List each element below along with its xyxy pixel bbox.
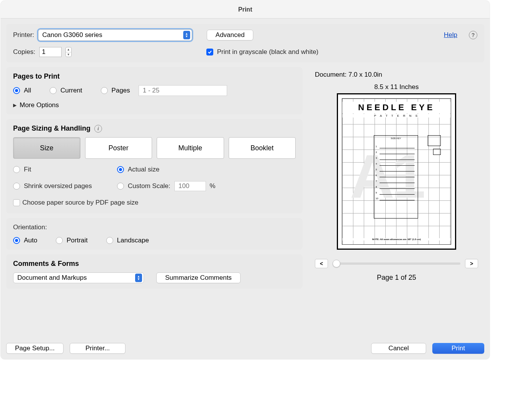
tab-booklet[interactable]: Booklet [229,137,296,159]
print-button[interactable]: Print [432,343,484,354]
more-options-toggle[interactable]: ▶ More Options [13,101,296,109]
percent-label: % [210,182,216,190]
preview-page: A1 NEEDLE EYE P A T T E R N S SIZE KEY [337,93,456,250]
radio-all[interactable] [13,87,20,94]
copies-stepper[interactable]: ▲ ▼ [65,47,72,57]
copies-input[interactable] [39,47,62,57]
preview-doc-title: NEEDLE EYE [342,102,451,113]
radio-pages[interactable] [101,87,108,94]
preview-box-2 [433,149,441,155]
radio-current[interactable] [50,87,57,94]
advanced-button[interactable]: Advanced [207,30,254,40]
sizing-title: Page Sizing & Handling [13,124,90,133]
pages-panel: Pages to Print All Current Pages ▶ More … [6,67,303,114]
pages-title: Pages to Print [13,72,296,81]
radio-portrait[interactable] [56,237,63,244]
page-indicator: Page 1 of 25 [315,274,478,282]
custom-scale-input [174,181,206,191]
pages-range-input[interactable] [139,85,227,96]
cancel-button[interactable]: Cancel [371,343,426,354]
radio-custom-label: Custom Scale: [128,182,171,190]
paper-dimensions: 8.5 x 11 Inches [315,83,478,91]
stepper-down-icon[interactable]: ▼ [66,52,71,57]
copies-label: Copies: [13,48,35,56]
radio-pages-label: Pages [112,87,130,94]
printer-select[interactable]: Canon G3060 series ▲▼ [38,29,192,41]
radio-landscape[interactable] [106,237,113,244]
prev-page-button[interactable]: < [315,259,328,268]
paper-source-label: Choose paper source by PDF page size [22,199,138,207]
grayscale-checkbox[interactable] [206,49,213,55]
radio-portrait-label: Portrait [67,237,88,244]
preview-box-1 [428,135,441,146]
page-slider[interactable] [333,262,460,265]
orientation-title: Orientation: [13,224,296,231]
preview-card: SIZE KEY [374,135,418,218]
grayscale-label: Print in grayscale (black and white) [217,48,319,56]
more-options-label: More Options [20,101,59,109]
comments-select-value: Document and Markups [17,274,87,282]
paper-source-checkbox[interactable] [13,199,20,206]
radio-fit-label: Fit [24,166,31,173]
help-link[interactable]: Help [444,31,457,39]
preview-footnote: NOTE: All seam allowances are 3/8" (1.0 … [342,238,451,240]
printer-panel: Printer: Canon G3060 series ▲▼ Advanced … [6,24,484,62]
sizing-panel: Page Sizing & Handling i Size Poster Mul… [6,119,303,213]
next-page-button[interactable]: > [465,259,478,268]
info-icon[interactable]: i [94,125,102,133]
preview-panel: Document: 7.0 x 10.0in 8.5 x 11 Inches A… [308,67,484,293]
orientation-panel: Orientation: Auto Portrait Landscape [6,218,303,250]
summarize-comments-button[interactable]: Summarize Comments [156,272,241,283]
comments-title: Comments & Forms [13,260,296,268]
window-title: Print [1,1,490,18]
help-icon[interactable]: ? [469,31,477,39]
radio-all-label: All [24,87,31,94]
comments-panel: Comments & Forms Document and Markups ▲▼… [6,254,303,289]
printer-select-value: Canon G3060 series [42,31,102,39]
tab-poster[interactable]: Poster [85,137,152,159]
comments-select[interactable]: Document and Markups ▲▼ [13,272,144,283]
tab-multiple[interactable]: Multiple [157,137,224,159]
stepper-up-icon[interactable]: ▲ [66,47,71,52]
page-setup-button[interactable]: Page Setup... [6,343,64,354]
radio-auto-label: Auto [24,237,37,244]
preview-doc-subtitle: P A T T E R N S [342,114,451,118]
chevron-updown-icon: ▲▼ [183,31,190,39]
chevron-updown-icon: ▲▼ [135,274,142,282]
radio-shrink[interactable] [13,183,20,190]
slider-thumb[interactable] [333,260,340,267]
triangle-right-icon: ▶ [13,103,17,108]
radio-actual[interactable] [117,166,124,173]
radio-current-label: Current [60,87,82,94]
radio-shrink-label: Shrink oversized pages [24,182,92,190]
document-dimensions: Document: 7.0 x 10.0in [315,71,478,79]
radio-actual-label: Actual size [128,166,159,173]
radio-custom[interactable] [117,183,124,190]
radio-auto[interactable] [13,237,20,244]
radio-landscape-label: Landscape [117,237,149,244]
radio-fit[interactable] [13,166,20,173]
printer-label: Printer: [13,31,34,39]
printer-button[interactable]: Printer... [70,343,125,354]
tab-size[interactable]: Size [13,137,80,159]
